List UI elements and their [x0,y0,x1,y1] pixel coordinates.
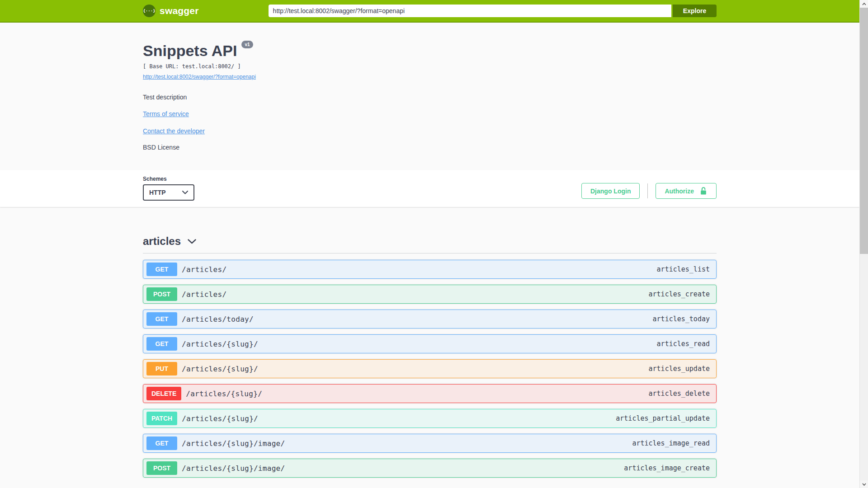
django-login-button[interactable]: Django Login [581,183,640,199]
operations: articles GET /articles/ articles_list PO… [143,207,717,488]
op-id: articles_create [649,290,710,298]
scheme-container: Schemes HTTP Django Login Authorize [0,170,859,207]
op-path: /articles/ [182,290,226,299]
version-badge: v1 [241,41,253,48]
scheme-select[interactable]: HTTP [143,184,194,201]
django-login-label: Django Login [590,188,631,195]
scrollbar-down-arrow[interactable] [860,480,868,488]
method-badge: GET [146,436,177,450]
op-path: /articles/{slug}/ [182,414,258,423]
explore-button[interactable]: Explore [673,5,717,17]
op-path: /articles/today/ [182,315,254,324]
endpoint-row[interactable]: PUT /articles/{slug}/ articles_update [143,359,717,378]
contact-developer-link[interactable]: Contact the developer [143,127,205,135]
op-path: /articles/{slug}/ [182,365,258,373]
info-section: Snippets API v1 [ Base URL: test.local:8… [143,23,717,170]
api-title-text: Snippets API [143,42,237,59]
vertical-scrollbar[interactable] [859,0,868,488]
op-path: /articles/{slug}/image/ [182,439,285,448]
chevron-down-icon [188,239,196,244]
op-path: /articles/{slug}/ [186,389,262,398]
op-id: articles_delete [649,389,710,398]
page-title: Snippets API v1 [143,42,717,59]
topbar: {···} swagger Explore [0,0,859,23]
endpoint-row[interactable]: POST /articles/{slug}/image/ articles_im… [143,459,717,478]
auth-wrapper: Django Login Authorize [581,183,717,199]
swagger-logo-icon: {···} [143,5,156,17]
method-badge: PATCH [146,412,177,425]
base-url: [ Base URL: test.local:8002/ ] [143,63,717,70]
terms-of-service-link[interactable]: Terms of service [143,110,189,117]
op-path: /articles/ [182,265,226,274]
endpoint-row[interactable]: GET /articles/{slug}/image/ articles_ima… [143,434,717,453]
section-tag-header[interactable]: articles [143,235,717,253]
schemes-label: Schemes [143,176,194,182]
scrollbar-thumb[interactable] [860,8,868,254]
api-section: articles GET /articles/ articles_list PO… [143,235,717,478]
brand-title: swagger [160,5,199,16]
op-id: articles_list [657,265,710,273]
method-badge: DELETE [146,387,181,400]
authorize-button[interactable]: Authorize [656,183,717,199]
page-viewport: {···} swagger Explore Snippets API v1 [ … [0,0,859,488]
endpoint-row[interactable]: POST /articles/ articles_create [143,285,717,304]
spec-link[interactable]: http://test.local:8002/swagger/?format=o… [143,74,256,80]
spec-url-input[interactable] [269,5,671,17]
tag-label: articles [143,235,181,248]
method-badge: GET [146,337,177,351]
op-path: /articles/{slug}/ [182,340,258,348]
method-badge: GET [146,263,177,276]
op-id: articles_read [657,340,710,348]
endpoint-row[interactable]: GET /articles/{slug}/ articles_read [143,334,717,353]
download-url-wrapper: Explore [269,5,717,17]
method-badge: POST [146,461,177,475]
scheme-selected-value: HTTP [149,189,166,196]
api-description: Test description [143,94,717,101]
op-list: GET /articles/ articles_list POST /artic… [143,260,717,478]
swagger-logo: {···} swagger [143,5,199,17]
op-id: articles_update [649,365,710,373]
op-id: articles_image_create [624,464,710,472]
op-path: /articles/{slug}/image/ [182,464,285,473]
endpoint-row[interactable]: DELETE /articles/{slug}/ articles_delete [143,384,717,403]
chevron-up-icon [862,3,866,5]
method-badge: GET [146,312,177,326]
schemes-block: Schemes HTTP [143,176,194,201]
op-id: articles_image_read [632,439,710,447]
method-badge: PUT [146,362,177,375]
method-badge: POST [146,287,177,301]
scrollbar-up-arrow[interactable] [860,0,868,8]
endpoint-row[interactable]: GET /articles/today/ articles_today [143,310,717,328]
unlocked-padlock-icon [699,187,708,195]
authorize-label: Authorize [665,188,694,195]
op-id: articles_today [653,315,710,323]
endpoint-row[interactable]: PATCH /articles/{slug}/ articles_partial… [143,409,717,428]
chevron-down-icon [862,483,866,486]
chevron-down-icon [182,191,188,194]
op-id: articles_partial_update [616,414,710,422]
endpoint-row[interactable]: GET /articles/ articles_list [143,260,717,279]
license-text: BSD License [143,144,717,151]
auth-divider [647,183,648,198]
